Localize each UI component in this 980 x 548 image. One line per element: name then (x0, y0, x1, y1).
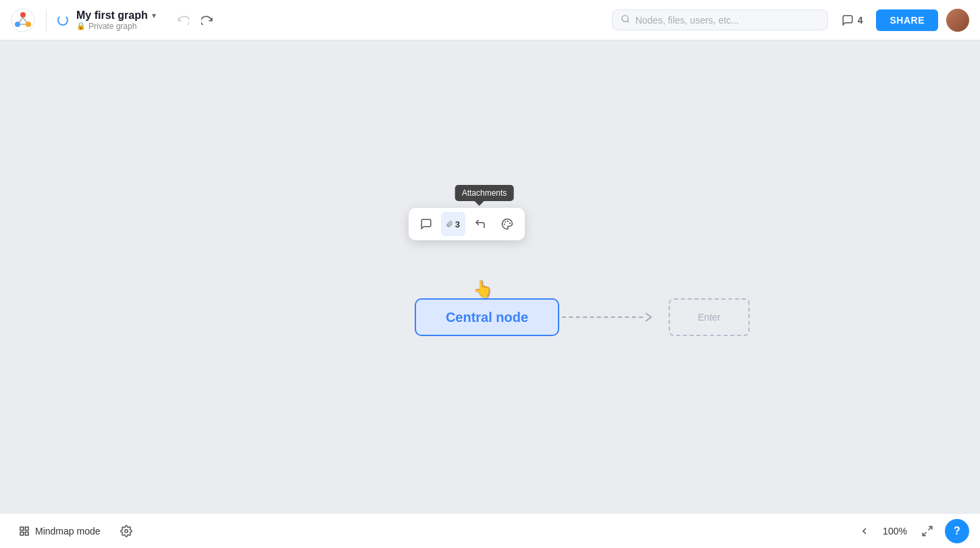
attachment-count: 3 (455, 219, 460, 229)
svg-rect-14 (25, 532, 28, 535)
svg-point-9 (510, 223, 511, 224)
header: My first graph ▾ 🔒 Private graph (0, 0, 980, 40)
header-divider (46, 9, 47, 31)
graph-status-text: Private graph (88, 22, 136, 31)
loading-indicator (57, 15, 68, 26)
svg-rect-13 (25, 527, 28, 530)
mindmap-icon (19, 526, 30, 537)
redo-button[interactable] (197, 9, 218, 31)
graph-title: My first graph (76, 9, 148, 22)
attachments-tooltip: Attachments (455, 185, 514, 201)
undo-button[interactable] (172, 9, 194, 31)
settings-button[interactable] (114, 519, 138, 543)
mindmap-mode-button[interactable]: Mindmap mode (11, 522, 109, 541)
graph-title-row[interactable]: My first graph ▾ (76, 9, 156, 22)
node-connector (562, 298, 654, 336)
svg-line-17 (929, 526, 932, 530)
avatar-image (946, 9, 969, 32)
cursor-pointer: 👆 (473, 281, 493, 297)
zoom-level: 100% (880, 526, 910, 537)
mindmap-mode-label: Mindmap mode (35, 526, 101, 537)
attachment-toolbar-button[interactable]: 3 (441, 212, 465, 236)
zoom-out-button[interactable] (854, 521, 875, 541)
svg-rect-15 (20, 532, 24, 535)
svg-point-8 (508, 221, 509, 222)
chat-button[interactable]: 4 (836, 10, 869, 30)
dashed-line (562, 317, 643, 318)
search-bar[interactable] (612, 9, 828, 30)
svg-point-10 (505, 221, 506, 222)
cursor-hand-icon: 👆 (473, 279, 493, 298)
share-button[interactable]: SHARE (876, 9, 938, 31)
fullscreen-button[interactable] (915, 519, 939, 543)
share-toolbar-button[interactable] (468, 212, 492, 236)
central-node[interactable]: Central node (415, 298, 559, 336)
app-logo[interactable] (11, 8, 35, 32)
graph-title-area: My first graph ▾ 🔒 Private graph (76, 9, 156, 31)
footer: Mindmap mode 100% ? (0, 513, 980, 548)
svg-point-16 (124, 529, 128, 532)
node-toolbar: Attachments 3 (409, 208, 525, 240)
svg-point-7 (621, 16, 627, 22)
enter-node-text: Enter (698, 312, 720, 323)
settings-icon (120, 525, 132, 537)
title-dropdown-icon: ▾ (152, 11, 156, 20)
svg-rect-12 (20, 527, 24, 530)
search-input[interactable] (636, 15, 819, 26)
header-left: My first graph ▾ 🔒 Private graph (11, 8, 218, 32)
footer-right: 100% ? (854, 519, 969, 543)
undo-redo-group (172, 9, 218, 31)
graph-canvas[interactable]: Attachments 3 (0, 40, 980, 513)
help-button[interactable]: ? (945, 519, 969, 543)
footer-left: Mindmap mode (11, 519, 138, 543)
palette-toolbar-button[interactable] (495, 212, 519, 236)
svg-line-18 (923, 532, 926, 535)
comment-toolbar-button[interactable] (414, 212, 438, 236)
graph-status: 🔒 Private graph (76, 22, 156, 31)
arrow-head-icon (643, 312, 654, 323)
lock-icon: 🔒 (76, 22, 86, 30)
chat-count: 4 (858, 15, 863, 26)
user-avatar[interactable] (946, 9, 969, 32)
header-right: 4 SHARE (612, 9, 969, 32)
svg-point-1 (20, 12, 26, 18)
central-node-text: Central node (446, 310, 528, 325)
fullscreen-icon (921, 525, 933, 537)
search-icon (621, 14, 630, 26)
enter-node[interactable]: Enter (669, 298, 750, 336)
svg-point-11 (505, 224, 505, 225)
